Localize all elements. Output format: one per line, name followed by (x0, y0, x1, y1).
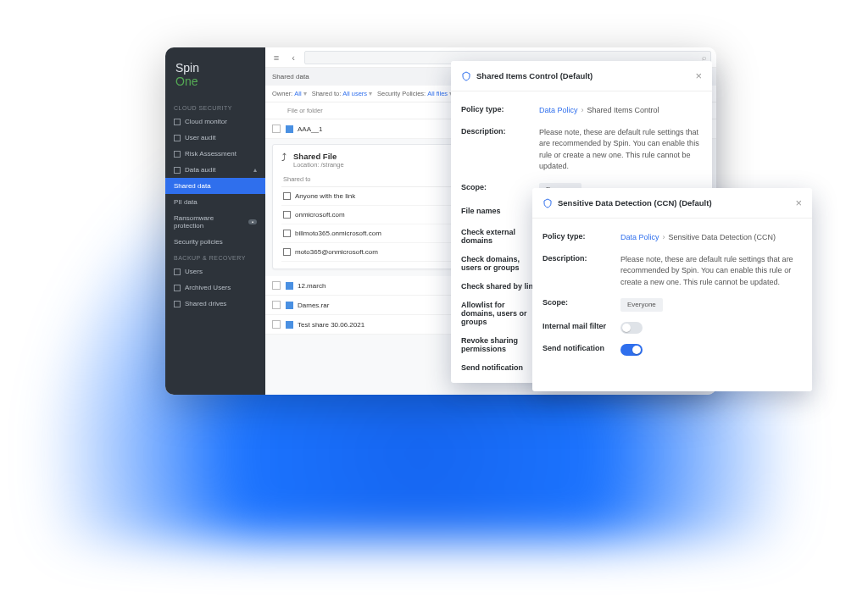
nav-label: Risk Assessment (185, 150, 236, 158)
lbl-allowlist: Allowlist for domains, users or groups (461, 301, 539, 326)
row-checkbox[interactable] (272, 301, 281, 309)
file-name: 12.march (298, 282, 326, 290)
brand-logo: Spin One (165, 56, 265, 100)
nav-label: Data audit (185, 166, 215, 174)
nav-section-cloud: CLOUD SECURITY (165, 100, 265, 114)
user-icon (283, 230, 291, 237)
nav-pii[interactable]: PII data (165, 194, 265, 210)
lbl-send-notification: Send notification (542, 344, 620, 356)
modal-title: Sensitive Data Detection (CCN) (Default) (558, 198, 795, 208)
lbl-filenames: File names (461, 207, 539, 219)
menu-icon[interactable]: ≡ (270, 52, 282, 64)
cloud-icon (174, 119, 181, 125)
share-icon[interactable]: ‹ (287, 52, 299, 64)
nav-label: Shared data (174, 182, 211, 190)
nav-users[interactable]: Users (165, 263, 265, 280)
search-icon: ⌕ (702, 53, 706, 62)
nav-section-backup: BACKUP & RECOVERY (165, 250, 265, 263)
toggle-send-notification[interactable] (620, 344, 643, 356)
brand-one: One (175, 75, 198, 88)
modal-title: Shared Items Control (Default) (476, 71, 695, 80)
row-checkbox[interactable] (272, 125, 281, 133)
badge: • (248, 219, 257, 224)
nav-label: Shared drives (185, 300, 226, 307)
lbl-description: Description: (461, 127, 539, 173)
nav-data-audit[interactable]: Data audit▴ (165, 162, 265, 178)
lbl-scope: Scope: (542, 298, 620, 312)
detail-location: Location: /strange (293, 161, 344, 169)
val-description: Please note, these are default rule sett… (539, 127, 702, 173)
chevron-up-icon: ▴ (253, 166, 257, 174)
lbl-scope: Scope: (461, 183, 539, 197)
share-icon: ⤴ (281, 152, 287, 163)
filter-owner[interactable]: Owner: All▾ (272, 90, 307, 97)
nav-archived[interactable]: Archived Users (165, 280, 265, 296)
users-icon (174, 269, 181, 275)
user-icon (174, 135, 181, 141)
nav-label: PII data (174, 198, 198, 206)
nav-security-policies[interactable]: Security policies (165, 234, 265, 250)
file-name: AAA__1 (298, 125, 322, 133)
lbl-description: Description: (542, 254, 620, 289)
modal-sensitive-data: Sensitive Data Detection (CCN) (Default)… (532, 188, 812, 391)
brand-spin: Spin (175, 61, 199, 75)
lbl-check-link: Check shared by link (461, 282, 539, 291)
file-icon (286, 282, 293, 290)
lbl-check-external: Check external domains (461, 228, 539, 245)
file-icon (286, 125, 293, 133)
val-description: Please note, these are default rule sett… (620, 254, 802, 289)
user-icon (283, 248, 291, 256)
nav-shared-drives[interactable]: Shared drives (165, 296, 265, 312)
archive-icon (174, 285, 181, 291)
close-icon[interactable]: × (795, 197, 802, 209)
nav-risk[interactable]: Risk Assessment (165, 146, 265, 162)
row-checkbox[interactable] (272, 320, 281, 329)
nav-ransomware[interactable]: Ransomware protection• (165, 210, 265, 234)
checkbox-all[interactable] (272, 107, 287, 114)
domain-icon (283, 211, 291, 219)
nav-shared-data[interactable]: Shared data (165, 178, 265, 194)
lbl-revoke: Revoke sharing permissions (461, 336, 539, 353)
lbl-policy-type: Policy type: (542, 232, 620, 244)
nav-label: Cloud monitor (185, 118, 227, 125)
nav-user-audit[interactable]: User audit (165, 130, 265, 146)
file-name: Test share 30.06.2021 (298, 321, 364, 329)
close-icon[interactable]: × (695, 69, 702, 82)
drive-icon (174, 301, 181, 307)
risk-icon (174, 151, 181, 158)
toggle-mail-filter[interactable] (620, 322, 643, 334)
link-icon (283, 192, 291, 200)
lbl-check-domains: Check domains, users or groups (461, 255, 539, 272)
shield-icon (461, 71, 471, 81)
data-icon (174, 167, 181, 174)
nav-cloud-monitor[interactable]: Cloud monitor (165, 114, 265, 130)
nav-label: Ransomware protection (174, 214, 244, 230)
scope-tag: Everyone (620, 298, 663, 312)
chevron-down-icon: ▾ (303, 90, 307, 97)
chevron-down-icon: ▾ (369, 90, 372, 97)
breadcrumb: Data Policy›Shared Items Control (539, 105, 702, 117)
sidebar: Spin One CLOUD SECURITY Cloud monitor Us… (165, 47, 265, 395)
file-icon (286, 302, 293, 309)
file-icon (286, 321, 293, 329)
filter-policies[interactable]: Security Policies: All files▾ (377, 90, 453, 97)
lbl-policy-type: Policy type: (461, 105, 539, 117)
nav-label: Users (185, 268, 203, 275)
nav-label: User audit (185, 134, 215, 141)
row-checkbox[interactable] (272, 281, 281, 290)
detail-title: Shared File (293, 152, 344, 161)
lbl-send-notification: Send notification (461, 363, 539, 372)
file-name: Dames.rar (298, 302, 329, 309)
shield-icon (542, 198, 553, 208)
nav-label: Security policies (174, 238, 223, 246)
nav-label: Archived Users (185, 284, 231, 291)
breadcrumb: Data Policy›Sensitive Data Detection (CC… (620, 232, 802, 244)
lbl-mail-filter: Internal mail filter (542, 322, 620, 334)
filter-shared[interactable]: Shared to: All users▾ (312, 90, 372, 97)
